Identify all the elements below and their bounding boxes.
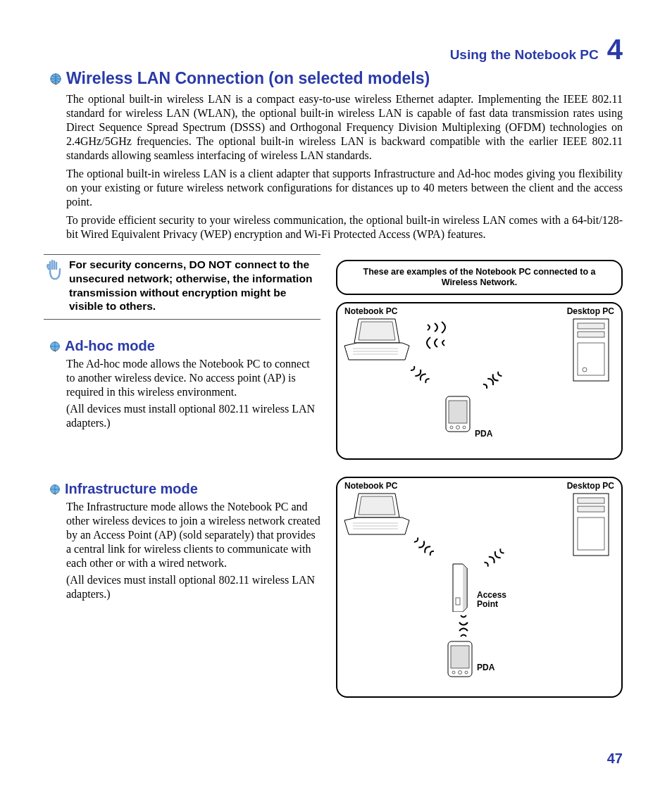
signal-icon bbox=[402, 533, 444, 568]
label-desktop: Desktop PC bbox=[567, 481, 614, 491]
signal-icon bbox=[442, 612, 480, 644]
infra-diagram: Notebook PC Desktop PC Access Point PDA bbox=[336, 477, 623, 698]
intro-paragraph-2: The optional built-in wireless LAN is a … bbox=[66, 167, 623, 209]
main-heading-row: Wireless LAN Connection (on selected mod… bbox=[49, 69, 623, 88]
infra-note: (All devices must install optional 802.1… bbox=[66, 573, 321, 601]
signal-icon bbox=[422, 334, 464, 363]
label-access-point: Access Point bbox=[477, 591, 506, 609]
adhoc-heading-row: Ad-hoc mode bbox=[49, 338, 321, 354]
globe-icon bbox=[49, 73, 62, 85]
security-warning: For security concerns, DO NOT connect to… bbox=[44, 254, 321, 320]
page-number: 47 bbox=[607, 751, 623, 767]
adhoc-body: The Ad-hoc mode allows the Notebook PC t… bbox=[66, 357, 321, 399]
laptop-icon bbox=[343, 318, 410, 363]
label-desktop: Desktop PC bbox=[567, 306, 614, 316]
intro-paragraph-1: The optional built-in wireless LAN is a … bbox=[66, 92, 623, 163]
label-notebook: Notebook PC bbox=[344, 481, 397, 491]
label-pda: PDA bbox=[477, 663, 494, 672]
infra-heading-row: Infrastructure mode bbox=[49, 481, 321, 497]
pda-icon bbox=[447, 640, 473, 679]
svg-rect-15 bbox=[578, 506, 604, 512]
adhoc-note: (All devices must install optional 802.1… bbox=[66, 402, 321, 430]
infra-title: Infrastructure mode bbox=[65, 481, 198, 497]
svg-rect-14 bbox=[578, 498, 604, 503]
infra-body: The Infrastructure mode allows the Noteb… bbox=[66, 500, 321, 570]
hand-stop-icon bbox=[44, 258, 63, 313]
page-title: Wireless LAN Connection (on selected mod… bbox=[66, 69, 430, 88]
desktop-icon bbox=[571, 492, 613, 559]
laptop-icon bbox=[343, 492, 410, 538]
header-title: Using the Notebook PC bbox=[450, 47, 599, 63]
globe-icon bbox=[49, 484, 61, 495]
svg-rect-5 bbox=[578, 332, 604, 337]
svg-rect-9 bbox=[449, 401, 467, 423]
pda-icon bbox=[444, 395, 471, 434]
signal-icon bbox=[477, 365, 516, 397]
label-pda: PDA bbox=[475, 429, 492, 439]
adhoc-diagram: Notebook PC Desktop PC PDA bbox=[336, 302, 623, 460]
intro-paragraph-3: To provide efficient security to your wi… bbox=[66, 213, 623, 242]
label-notebook: Notebook PC bbox=[344, 306, 397, 316]
header: Using the Notebook PC 4 bbox=[49, 35, 623, 63]
diagram-caption: These are examples of the Notebook PC co… bbox=[336, 260, 623, 295]
svg-rect-4 bbox=[578, 323, 604, 329]
globe-icon bbox=[49, 341, 61, 352]
signal-icon bbox=[477, 541, 519, 577]
desktop-icon bbox=[571, 318, 613, 384]
signal-icon bbox=[401, 363, 440, 394]
svg-rect-19 bbox=[451, 646, 469, 668]
access-point-icon bbox=[450, 563, 471, 612]
adhoc-title: Ad-hoc mode bbox=[65, 338, 155, 354]
warning-text: For security concerns, DO NOT connect to… bbox=[69, 258, 321, 313]
chapter-number: 4 bbox=[607, 35, 623, 63]
